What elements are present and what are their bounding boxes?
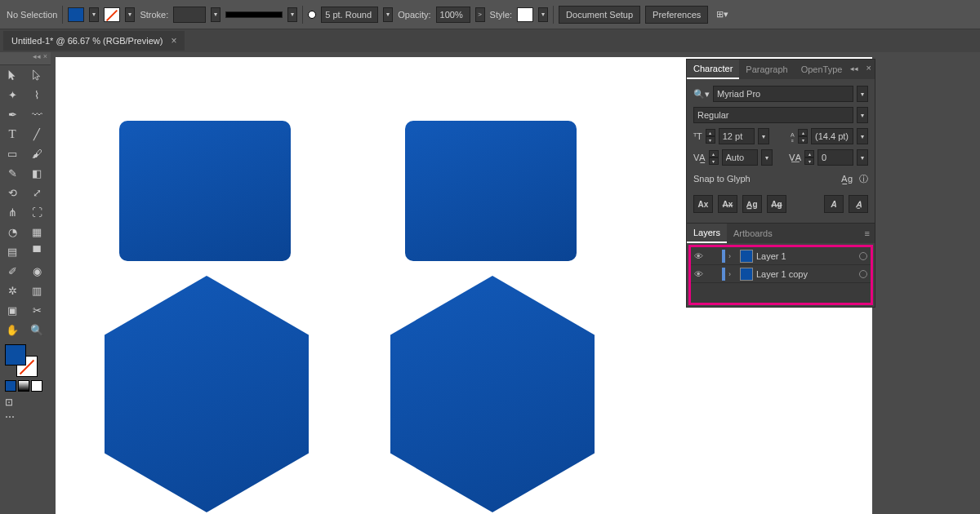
document-tab-title: Untitled-1* @ 66.67 % (RGB/Preview) xyxy=(11,36,163,46)
snap-baseline[interactable]: Ax xyxy=(693,195,713,213)
scale-tool[interactable]: ⤢ xyxy=(24,183,49,202)
layer-name[interactable]: Layer 1 xyxy=(756,251,786,261)
color-mode-gradient[interactable] xyxy=(18,380,29,392)
lasso-tool[interactable]: ⌇ xyxy=(24,85,49,104)
color-mode-solid[interactable] xyxy=(5,380,16,392)
target-icon[interactable] xyxy=(859,252,867,260)
symbol-sprayer-tool[interactable]: ✲ xyxy=(0,281,24,300)
rounded-rect-1[interactable] xyxy=(119,121,291,261)
artboard-tool[interactable]: ▣ xyxy=(0,300,24,320)
panel-menu-icon[interactable]: ≡ xyxy=(865,228,870,238)
snap-glyphbounds[interactable]: A̲g xyxy=(742,195,762,213)
rectangle-tool[interactable]: ▭ xyxy=(0,144,24,163)
paintbrush-tool[interactable]: 🖌 xyxy=(24,144,49,163)
snap-xheight[interactable]: Ax xyxy=(718,195,737,213)
screen-mode-icon[interactable]: ⊡ xyxy=(5,397,46,408)
shape-builder-tool[interactable]: ◔ xyxy=(0,222,24,241)
curvature-tool[interactable]: 〰 xyxy=(24,104,49,124)
font-style-dd[interactable]: ▾ xyxy=(857,107,868,123)
tracking-stepper[interactable]: ▴▾ xyxy=(804,150,814,165)
snap-anchor[interactable]: A̱ xyxy=(849,195,868,213)
fill-stroke-swatches[interactable] xyxy=(5,344,38,377)
layer-row[interactable]: 👁 › Layer 1 copy xyxy=(691,265,871,283)
leading-stepper[interactable]: ▴▾ xyxy=(798,129,808,144)
layer-row[interactable]: 👁 › Layer 1 xyxy=(691,247,871,265)
stroke-profile[interactable] xyxy=(225,11,283,18)
eraser-tool[interactable]: ◧ xyxy=(24,163,49,183)
visibility-icon[interactable]: 👁 xyxy=(694,251,706,261)
layers-highlight-annotation: 👁 › Layer 1 👁 › Layer 1 copy xyxy=(688,245,873,305)
opacity-input[interactable] xyxy=(436,7,470,23)
pen-tool[interactable]: ✒ xyxy=(0,104,24,124)
snap-angular[interactable]: A xyxy=(824,195,844,213)
tab-layers[interactable]: Layers xyxy=(687,224,727,243)
line-tool[interactable]: ╱ xyxy=(24,124,49,144)
magic-wand-tool[interactable]: ✦ xyxy=(0,85,24,104)
mesh-tool[interactable]: ▤ xyxy=(0,241,24,261)
target-icon[interactable] xyxy=(859,270,867,278)
shaper-tool[interactable]: ✎ xyxy=(0,163,24,183)
rounded-rect-2[interactable] xyxy=(405,121,577,261)
tracking-icon: V͟A xyxy=(789,153,801,163)
layer-name[interactable]: Layer 1 copy xyxy=(756,269,808,279)
stroke-swatch[interactable] xyxy=(104,7,120,22)
tab-opentype[interactable]: OpenType xyxy=(795,60,849,79)
font-family-input[interactable] xyxy=(713,86,853,102)
fill-dropdown[interactable]: ▾ xyxy=(89,7,99,22)
layer-color-swatch xyxy=(722,268,725,281)
tab-paragraph[interactable]: Paragraph xyxy=(739,60,794,79)
kerning-stepper[interactable]: ▴▾ xyxy=(709,150,719,165)
hand-tool[interactable]: ✋ xyxy=(0,320,24,339)
visibility-icon[interactable]: 👁 xyxy=(694,269,706,279)
rotate-tool[interactable]: ⟲ xyxy=(0,183,24,202)
eyedropper-tool[interactable]: ✐ xyxy=(0,261,24,281)
font-size-input[interactable] xyxy=(719,128,755,144)
kerning-input[interactable] xyxy=(722,149,758,166)
document-tab[interactable]: Untitled-1* @ 66.67 % (RGB/Preview) × xyxy=(3,31,185,51)
fill-swatch[interactable] xyxy=(68,7,84,22)
stroke-dropdown[interactable]: ▾ xyxy=(125,7,135,22)
gradient-tool[interactable]: ▀ xyxy=(24,241,49,261)
expand-icon[interactable]: › xyxy=(728,270,737,278)
blend-tool[interactable]: ◉ xyxy=(24,261,49,281)
hexagon-2[interactable] xyxy=(390,276,595,512)
tab-character[interactable]: Character xyxy=(687,60,739,79)
zoom-tool[interactable]: 🔍 xyxy=(24,320,49,339)
perspective-tool[interactable]: ▦ xyxy=(24,222,49,241)
preferences-button[interactable]: Preferences xyxy=(645,6,708,24)
brush-input[interactable] xyxy=(321,7,378,23)
brush-dot-icon xyxy=(308,11,316,19)
fill-color[interactable] xyxy=(5,344,26,366)
graph-tool[interactable]: ▥ xyxy=(24,281,49,300)
color-mode-none[interactable] xyxy=(31,380,42,392)
expand-icon[interactable]: › xyxy=(728,252,737,260)
style-swatch[interactable] xyxy=(517,7,533,22)
kerning-icon: VA̲ xyxy=(693,153,706,163)
size-stepper[interactable]: ▴▾ xyxy=(706,129,715,144)
type-tool[interactable]: T xyxy=(0,124,24,144)
stroke-weight-dd[interactable]: ▾ xyxy=(211,7,220,22)
edit-toolbar-icon[interactable]: ⋯ xyxy=(5,411,46,423)
layer-thumbnail xyxy=(740,268,753,281)
stroke-weight-input[interactable] xyxy=(173,7,206,23)
panel-close-icon[interactable]: × xyxy=(866,63,871,73)
slice-tool[interactable]: ✂ xyxy=(24,300,49,320)
document-setup-button[interactable]: Document Setup xyxy=(559,6,640,24)
info-icon[interactable]: ⓘ xyxy=(859,174,868,184)
hexagon-1[interactable] xyxy=(105,276,309,512)
free-transform-tool[interactable]: ⛶ xyxy=(24,202,49,222)
leading-input[interactable] xyxy=(811,128,853,144)
font-family-dd[interactable]: ▾ xyxy=(857,86,868,102)
panel-collapse-icon[interactable]: ◂◂ xyxy=(850,64,858,73)
color-box: ⊡ ⋯ xyxy=(0,339,51,428)
tab-artboards[interactable]: Artboards xyxy=(727,224,779,243)
font-style-input[interactable] xyxy=(693,107,853,123)
tracking-input[interactable] xyxy=(817,149,853,166)
glyph-icon[interactable]: A̲g xyxy=(841,174,853,184)
direct-selection-tool[interactable] xyxy=(24,65,49,85)
width-tool[interactable]: ⋔ xyxy=(0,202,24,222)
tab-close-icon[interactable]: × xyxy=(171,35,176,47)
align-icon[interactable]: ⊞▾ xyxy=(716,9,728,20)
selection-tool[interactable] xyxy=(0,65,24,85)
snap-proximity[interactable]: Ag xyxy=(767,195,786,213)
